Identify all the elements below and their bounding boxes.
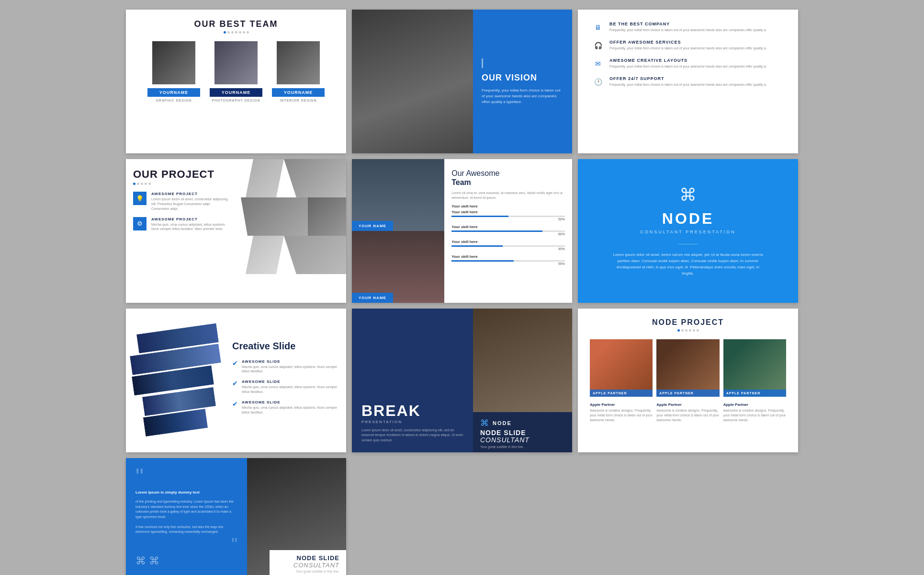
skill-bg-1 (451, 216, 565, 217)
node-badge-top: ⌘ NODE (480, 418, 565, 428)
project-photos (236, 159, 346, 303)
creative-item-content-1: AWESOME SLIDE Macha quis, urna cursus ad… (242, 359, 339, 374)
ci-text-3: Mecha quis, urna cursus adipisket, tellu… (242, 405, 339, 415)
check-icon-2: ✔ (232, 380, 238, 387)
vision-content: OUR VISION Frequently, your initial form… (473, 10, 572, 153)
creative-item-content-3: AWESOME SLIDE Mecha quis, urna cursus ad… (242, 400, 339, 415)
team-member-1: YOURNAME GRAPHIC DESIGN (147, 41, 200, 102)
quote-main-text: Lorem Ipsum is simply dummy text (135, 490, 237, 495)
member-role-3: INTERIOR DESIGN (280, 99, 316, 102)
skill-fill-2 (451, 230, 542, 232)
skill-pct-2: 80% (451, 232, 565, 236)
slide-services: 🖥 BE THE BEST COMPANY Frequently, your i… (578, 10, 798, 153)
pi-text-2: Mecha quis, urna cursus adipisket, tellu… (151, 222, 229, 232)
team-photo-bottom: Your Name (352, 231, 444, 303)
s10-node-slide: NODE SLIDE (276, 555, 339, 562)
consultant-badge: NODE SLIDE CONSULTANT Your great subtitl… (270, 550, 346, 575)
s8-node-name: NODE (493, 420, 512, 426)
skill-fill-3 (451, 245, 503, 247)
ci-title-1: AWESOME SLIDE (242, 359, 339, 364)
skill-bar-2: Your skill here 80% (451, 225, 565, 236)
project-title: OUR PROJECT (133, 169, 229, 180)
slide-creative: Creative Slide ✔ AWESOME SLIDE Macha qui… (126, 309, 346, 452)
d-photo-3 (308, 197, 346, 236)
np-desc-title-3: Apple Partner (723, 402, 786, 407)
member-badge-3: YOURNAME (272, 88, 325, 97)
np-photo-label-1: Apple Partner (590, 390, 653, 397)
team-description: Lorem sit urna et, urna euismod, at maxi… (451, 191, 565, 200)
team-title-normal: Our Awesome (451, 169, 499, 177)
skill-name-2: Your skill here (451, 225, 565, 229)
slide-project: OUR PROJECT 💡 AWESOME PROJECT Lorem ipsu… (126, 159, 346, 303)
np-photo-label-2: Apple Partner (656, 390, 719, 397)
quote-body-text: of the printing and typesetting industry… (135, 499, 237, 535)
team-title: Our Awesome Team (451, 169, 565, 187)
np-desc-3: Apple Partner Awesome & creative designs… (723, 402, 786, 422)
np-photo-2: Apple Partner (656, 339, 719, 397)
node-badge: ⌘ NODE NODE SLIDE CONSULTANT Your great … (473, 412, 572, 452)
service-text-2: Frequently, your initial form choice is … (609, 46, 767, 51)
skill-bg-2 (451, 230, 565, 232)
team-member-3: YOURNAME INTERIOR DESIGN (272, 41, 325, 102)
slide-vision: OUR VISION Frequently, your initial form… (352, 10, 572, 153)
d-photo-4 (241, 197, 308, 236)
slide-node-project: NODE PROJECT Apple Partner Apple Partner… (578, 309, 798, 452)
quote-open: " (135, 468, 237, 486)
skill-pct-1: 50% (451, 218, 565, 221)
creative-item-content-2: AWESOME SLIDE Macha quis, urna cursus ad… (242, 380, 339, 394)
team-name-btn-1[interactable]: Your Name (352, 221, 393, 231)
s10-subtitle: Your great subtitle in this line. (276, 570, 339, 573)
s8-slide-text: NODE SLIDE (480, 429, 565, 436)
skill-pct-3: 45% (451, 247, 565, 251)
service-content-4: OFFER 24/7 SUPPORT Frequently, your init… (609, 76, 767, 87)
headset-icon: 🎧 (592, 40, 604, 51)
member-photo-2 (214, 41, 258, 84)
team-skills-content: Our Awesome Team Lorem sit urna et, urna… (444, 159, 572, 303)
strips-container (126, 309, 225, 452)
np-desc-title-2: Apple Partner (656, 402, 719, 407)
node-description: Lorem ipsum dolor sit amet, lorem rutrum… (611, 252, 765, 276)
vision-title: OUR VISION (482, 73, 563, 83)
service-item-4: 🕐 OFFER 24/7 SUPPORT Frequently, your in… (592, 76, 784, 88)
break-title: BREAK (361, 402, 463, 420)
service-content-1: BE THE BEST COMPANY Frequently, your ini… (609, 22, 767, 33)
np-descriptions-row: Apple Partner Awesome & creative designs… (590, 402, 786, 422)
slide-break: BREAK PRESENTATION Lorem ipsum dolor sit… (352, 309, 572, 452)
service-text-4: Frequently, your initial form choice is … (609, 82, 767, 87)
vision-dot-dec (482, 58, 483, 68)
service-content-2: OFFER AWESOME SERVICES Frequently, your … (609, 40, 767, 51)
service-text-1: Frequently, your initial form choice is … (609, 28, 767, 33)
slide-awesome-team: Your Name Your Name Our Awesome Team Lor… (352, 159, 572, 303)
team-title-bold: Team (451, 178, 565, 187)
consultant-photo: NODE SLIDE CONSULTANT Your great subtitl… (247, 458, 346, 575)
np-desc-text-3: Awesome & creative designs. Frequently, … (723, 408, 786, 422)
skill-bar-4: Your skill here 55% (451, 254, 565, 265)
service-item-2: 🎧 OFFER AWESOME SERVICES Frequently, you… (592, 40, 784, 51)
break-photo: ⌘ NODE NODE SLIDE CONSULTANT Your great … (473, 309, 572, 452)
node-subtitle: CONSULTANT PRESENTATION (640, 230, 736, 234)
np-title: NODE PROJECT (652, 318, 724, 327)
quote-close: " (135, 540, 237, 549)
skill-bar-1: Your skill here 50% (451, 210, 565, 221)
skill-fill-1 (451, 216, 508, 217)
creative-photo-strips (126, 309, 225, 452)
break-content: BREAK PRESENTATION Lorem ipsum dolor sit… (352, 309, 473, 452)
slide-best-team: OUR BEST TEAM YOURNAME GRAPHIC DESIGN YO… (126, 10, 346, 153)
creative-content: Creative Slide ✔ AWESOME SLIDE Macha qui… (225, 309, 346, 452)
clock-icon: 🕐 (592, 76, 604, 88)
slide-node-blue: ⌘ NODE CONSULTANT PRESENTATION Lorem ips… (578, 159, 798, 303)
service-content-3: AWESOME CREATIVE LAYOUTS Frequently, you… (609, 58, 767, 69)
s8-subtitle: Your great subtitle in this line. (480, 445, 565, 448)
pi-text-1: Lorem ipsum lorem sit amet, consectetur … (151, 197, 229, 211)
diamond-photo-grid (236, 159, 346, 303)
skill-name-1: Your skill here (451, 210, 565, 214)
service-item-1: 🖥 BE THE BEST COMPANY Frequently, your i… (592, 22, 784, 33)
team-name-btn-2[interactable]: Your Name (352, 293, 393, 303)
service-title-2: OFFER AWESOME SERVICES (609, 40, 767, 45)
np-photo-3: Apple Partner (723, 339, 786, 397)
service-title-4: OFFER 24/7 SUPPORT (609, 76, 767, 81)
member-role-2: PHOTOGRAPHY DESIGN (212, 99, 260, 102)
skill-bar-3: Your skill here 45% (451, 240, 565, 251)
slide1-dots (224, 31, 249, 34)
skill-bg-3 (451, 245, 565, 247)
